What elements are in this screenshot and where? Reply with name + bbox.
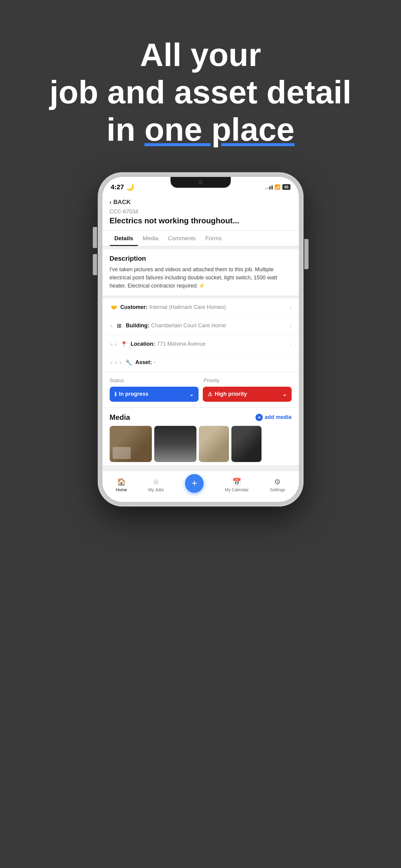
nav-add-button[interactable]: +	[185, 474, 204, 493]
media-thumb-1[interactable]	[110, 426, 152, 462]
hero-line3-highlight: one place	[144, 111, 294, 148]
bottom-nav: 🏠 Home ☆ My Jobs + 📅 My Calendar ⚙ Setti…	[102, 471, 299, 502]
priority-chevron-icon: ⌄	[282, 391, 287, 398]
location-row[interactable]: ↳ ↳ 📍 Location: 771 Malvina Avenue ›	[102, 335, 299, 353]
sp-labels: Status Priority	[110, 378, 292, 384]
description-text: I've taken pictures and videos and attac…	[110, 266, 292, 290]
status-info-icon: ℹ	[114, 391, 116, 398]
status-chevron-icon: ⌄	[189, 391, 194, 398]
building-arrow-icon: ›	[290, 322, 292, 329]
location-value: 771 Malvina Avenue	[157, 341, 290, 347]
calendar-icon: 📅	[232, 478, 241, 486]
back-button[interactable]: ‹ BACK	[110, 198, 292, 206]
customer-row[interactable]: 🤝 Customer: Internal (Hallmark Care Home…	[102, 299, 299, 317]
description-section: Description I've taken pictures and vide…	[102, 249, 299, 296]
media-thumb-2[interactable]	[154, 426, 196, 462]
job-title: Electrics not working throughout...	[110, 216, 292, 225]
sp-dropdowns: ℹ In progress ⌄ ⚠ High priority ⌄	[110, 387, 292, 402]
location-label: Location:	[130, 341, 155, 347]
phone-notch	[170, 177, 231, 188]
add-media-button[interactable]: + add media	[256, 414, 291, 421]
media-header: Media + add media	[110, 413, 292, 422]
building-label: Building:	[126, 322, 149, 329]
indent-3: ↳ ↳ ↳	[110, 360, 123, 365]
customer-value: Internal (Hallmark Care Homes)	[149, 304, 290, 310]
tab-bar: Details Media Comments Forms	[102, 231, 299, 246]
media-thumb-3[interactable]	[199, 426, 229, 462]
phone-screen: 4:27 🌙 📶 45 ‹ BACK	[102, 177, 299, 502]
status-value: In progress	[119, 391, 148, 397]
nav-settings-label: Settings	[270, 487, 285, 492]
nav-jobs-label: My Jobs	[148, 487, 164, 492]
add-icon: +	[256, 414, 263, 421]
priority-warning-icon: ⚠	[208, 391, 212, 398]
customer-label: Customer:	[121, 304, 147, 310]
hero-section: All your job and asset detail in one pla…	[0, 0, 401, 167]
settings-icon: ⚙	[274, 478, 281, 486]
building-value: Chamberlain Court Care Home	[151, 322, 290, 329]
top-bar: ‹ BACK CCC-67034 Electrics not working t…	[102, 194, 299, 230]
status-time: 4:27 🌙	[111, 183, 134, 191]
nav-home[interactable]: 🏠 Home	[116, 478, 127, 492]
nav-my-jobs[interactable]: ☆ My Jobs	[148, 478, 164, 492]
media-thumb-4[interactable]	[231, 426, 262, 462]
media-title: Media	[110, 413, 130, 422]
phone-mockup: 4:27 🌙 📶 45 ‹ BACK	[0, 167, 401, 506]
asset-row[interactable]: ↳ ↳ ↳ 🔧 Asset: -	[102, 353, 299, 372]
wifi-icon: 📶	[274, 184, 280, 190]
add-fab-icon: +	[192, 478, 197, 489]
status-dropdown-inner: ℹ In progress	[114, 391, 148, 398]
status-icons: 📶 45	[265, 184, 290, 190]
tab-comments[interactable]: Comments	[163, 231, 201, 246]
tab-media[interactable]: Media	[138, 231, 163, 246]
asset-value: -	[154, 359, 291, 366]
indent-2: ↳ ↳	[110, 342, 118, 347]
priority-value: High priority	[215, 391, 247, 397]
add-media-label: add media	[265, 414, 291, 421]
location-arrow-icon: ›	[290, 341, 292, 347]
signal-icon	[265, 185, 273, 190]
asset-label: Asset:	[135, 359, 152, 366]
back-label: BACK	[113, 198, 131, 206]
hero-line2: job and asset detail	[49, 74, 351, 110]
nav-calendar-label: My Calendar	[225, 487, 248, 492]
priority-label: Priority	[204, 378, 292, 384]
tab-forms[interactable]: Forms	[200, 231, 226, 246]
home-icon: 🏠	[117, 478, 126, 486]
app-content: ‹ BACK CCC-67034 Electrics not working t…	[102, 194, 299, 493]
nav-settings[interactable]: ⚙ Settings	[270, 478, 285, 492]
star-icon: ☆	[153, 478, 159, 486]
location-icon: 📍	[120, 340, 128, 348]
tab-details[interactable]: Details	[110, 231, 138, 246]
phone-outer-frame: 4:27 🌙 📶 45 ‹ BACK	[98, 173, 303, 506]
status-dropdown[interactable]: ℹ In progress ⌄	[110, 387, 199, 402]
priority-dropdown[interactable]: ⚠ High priority ⌄	[203, 387, 292, 402]
hero-line1: All your	[140, 36, 261, 73]
hero-line3-plain: in	[106, 111, 144, 148]
back-chevron-icon: ‹	[110, 198, 112, 206]
nav-home-label: Home	[116, 487, 127, 492]
asset-icon: 🔧	[125, 358, 133, 367]
front-camera	[199, 180, 203, 184]
building-icon: ⊞	[115, 321, 124, 330]
customer-arrow-icon: ›	[290, 304, 292, 310]
info-rows: 🤝 Customer: Internal (Hallmark Care Home…	[102, 299, 299, 372]
description-title: Description	[110, 255, 292, 262]
media-section: Media + add media	[102, 408, 299, 465]
battery-icon: 45	[282, 184, 290, 190]
building-row[interactable]: ↳ ⊞ Building: Chamberlain Court Care Hom…	[102, 317, 299, 335]
media-grid	[110, 426, 292, 462]
status-label: Status	[110, 378, 198, 384]
status-priority-section: Status Priority ℹ In progress ⌄	[102, 372, 299, 407]
job-reference: CCC-67034	[110, 209, 292, 215]
customer-icon: 🤝	[110, 303, 118, 312]
indent-1: ↳	[110, 323, 113, 328]
priority-dropdown-inner: ⚠ High priority	[208, 391, 247, 398]
nav-calendar[interactable]: 📅 My Calendar	[225, 478, 248, 492]
